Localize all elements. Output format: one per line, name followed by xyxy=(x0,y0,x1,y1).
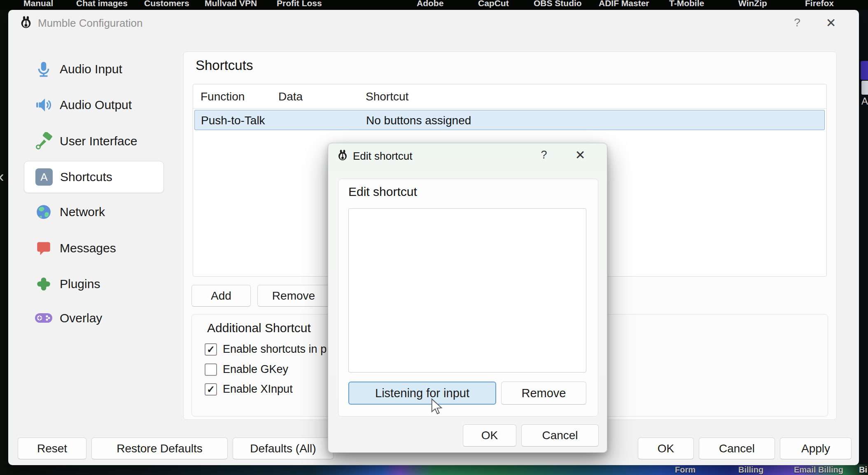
sidebar-item-messages[interactable]: Messages xyxy=(24,232,164,264)
dialog-help-button[interactable]: ? xyxy=(534,146,554,164)
desktop-icon-label[interactable]: Form xyxy=(675,465,695,475)
mumble-logo-icon xyxy=(19,15,33,29)
keyboard-key-letter: A xyxy=(35,168,53,186)
column-header-data[interactable]: Data xyxy=(278,90,303,103)
desktop-app-icon xyxy=(861,81,868,95)
sidebar-item-plugins[interactable]: Plugins xyxy=(24,268,164,300)
desktop-icon-label[interactable]: Bi xyxy=(859,465,867,475)
desktop-icon-label[interactable]: ADIF Master xyxy=(599,0,649,8)
desktop-icon-label[interactable]: Billing xyxy=(738,465,763,475)
remove-button[interactable]: Remove xyxy=(257,285,330,307)
paintbrush-icon xyxy=(35,132,53,150)
page-title: Shortcuts xyxy=(196,58,253,73)
cell-function: Push-to-Talk xyxy=(201,114,265,127)
game-controller-icon xyxy=(35,309,53,327)
sidebar-item-user-interface[interactable]: User Interface xyxy=(24,125,164,157)
sidebar-item-label: Audio Input xyxy=(60,62,122,76)
restore-defaults-button[interactable]: Restore Defaults xyxy=(91,438,228,459)
sidebar-item-label: Shortcuts xyxy=(60,170,112,184)
globe-icon xyxy=(35,203,53,221)
window-close-button[interactable]: ✕ xyxy=(820,14,842,32)
checkbox-label: Enable XInput xyxy=(223,383,293,396)
sidebar-item-label: Overlay xyxy=(60,311,102,325)
mouse-cursor xyxy=(428,398,446,415)
column-header-function[interactable]: Function xyxy=(201,90,245,103)
table-header: Function Data Shortcut xyxy=(193,84,826,109)
desktop-icon-label[interactable]: Adobe xyxy=(417,0,443,8)
sidebar-item-audio-input[interactable]: Audio Input xyxy=(24,53,164,85)
apply-button[interactable]: Apply xyxy=(780,438,852,459)
speaker-icon xyxy=(35,96,53,114)
window-help-button[interactable]: ? xyxy=(786,14,808,32)
checkbox-label: Enable shortcuts in p xyxy=(223,343,327,356)
reset-button[interactable]: Reset xyxy=(18,438,86,459)
checkbox-label: Enable GKey xyxy=(223,363,288,376)
add-button[interactable]: Add xyxy=(191,285,251,307)
sidebar-item-audio-output[interactable]: Audio Output xyxy=(24,89,164,121)
group-heading: Edit shortcut xyxy=(348,185,417,199)
desktop-icon-label[interactable]: Customers xyxy=(144,0,189,8)
cell-shortcut: No buttons assigned xyxy=(366,114,471,127)
desktop-background-bottom: Form Billing Email Billing Bi xyxy=(0,464,868,475)
keyboard-key-icon: A xyxy=(35,168,53,186)
desktop-app-icon xyxy=(861,61,868,80)
desktop-icon-label[interactable]: Mullvad VPN xyxy=(205,0,257,8)
dialog-remove-button[interactable]: Remove xyxy=(501,382,586,405)
desktop-background-right: A xyxy=(859,10,868,464)
dialog-title: Edit shortcut xyxy=(353,150,413,163)
dialog-ok-button[interactable]: OK xyxy=(463,424,516,447)
checkbox-enable-gkey[interactable]: Enable GKey xyxy=(205,363,288,376)
sidebar-item-label: User Interface xyxy=(60,134,137,148)
edit-shortcut-dialog: Edit shortcut ? ✕ Edit shortcut Listenin… xyxy=(328,143,607,453)
desktop-icon-label[interactable]: CapCut xyxy=(478,0,509,8)
desktop-icon-label-fragment: A xyxy=(861,95,868,107)
checkbox-box[interactable] xyxy=(205,343,217,356)
screen: Manual Chat images Customers Mullvad VPN… xyxy=(0,0,868,475)
cancel-button[interactable]: Cancel xyxy=(699,438,775,459)
desktop-icon-label[interactable]: Email Billing xyxy=(794,465,843,475)
defaults-all-button[interactable]: Defaults (All) xyxy=(233,438,334,459)
listening-for-input-button[interactable]: Listening for input xyxy=(348,382,496,405)
checkbox-box[interactable] xyxy=(205,383,217,396)
desktop-icon-label[interactable]: OBS Studio xyxy=(534,0,582,8)
shortcut-input-listbox[interactable] xyxy=(348,208,586,373)
sidebar-item-label: Network xyxy=(60,205,105,219)
column-header-shortcut[interactable]: Shortcut xyxy=(366,90,408,103)
desktop-icon-label[interactable]: Firefox xyxy=(805,0,834,8)
desktop-edge-chevron: ‹ xyxy=(0,168,4,186)
sidebar-item-label: Plugins xyxy=(60,277,100,291)
dialog-cancel-button[interactable]: Cancel xyxy=(521,424,599,447)
sidebar-item-overlay[interactable]: Overlay xyxy=(24,302,164,334)
desktop-icon-label[interactable]: Chat images xyxy=(76,0,128,8)
checkbox-box[interactable] xyxy=(205,363,217,376)
window-title: Mumble Configuration xyxy=(38,17,142,30)
ok-button[interactable]: OK xyxy=(638,438,694,459)
table-row-push-to-talk[interactable]: Push-to-Talk No buttons assigned xyxy=(194,110,825,130)
desktop-icon-label[interactable]: T-Mobile xyxy=(669,0,704,8)
mumble-logo-icon xyxy=(336,149,349,161)
checkbox-enable-xinput[interactable]: Enable XInput xyxy=(205,383,293,396)
sidebar-item-shortcuts[interactable]: A Shortcuts xyxy=(24,161,164,193)
microphone-icon xyxy=(35,60,53,78)
desktop-background-top: Manual Chat images Customers Mullvad VPN… xyxy=(0,0,868,10)
desktop-icon-label[interactable]: Profit Loss xyxy=(277,0,322,8)
desktop-icon-label[interactable]: WinZip xyxy=(738,0,767,8)
speech-bubble-icon xyxy=(35,239,53,257)
sidebar-item-label: Messages xyxy=(60,241,116,255)
group-heading: Additional Shortcut xyxy=(207,321,311,335)
sidebar-item-network[interactable]: Network xyxy=(24,196,164,228)
desktop-icon-label[interactable]: Manual xyxy=(23,0,53,8)
sidebar-item-label: Audio Output xyxy=(60,98,132,112)
window-titlebar[interactable]: Mumble Configuration ? ✕ xyxy=(8,10,859,35)
edit-shortcut-group: Edit shortcut Listening for input Remove xyxy=(338,179,598,417)
dialog-close-button[interactable]: ✕ xyxy=(570,146,590,164)
checkbox-enable-shortcuts-privileged[interactable]: Enable shortcuts in p xyxy=(205,343,327,356)
puzzle-icon xyxy=(35,275,53,293)
